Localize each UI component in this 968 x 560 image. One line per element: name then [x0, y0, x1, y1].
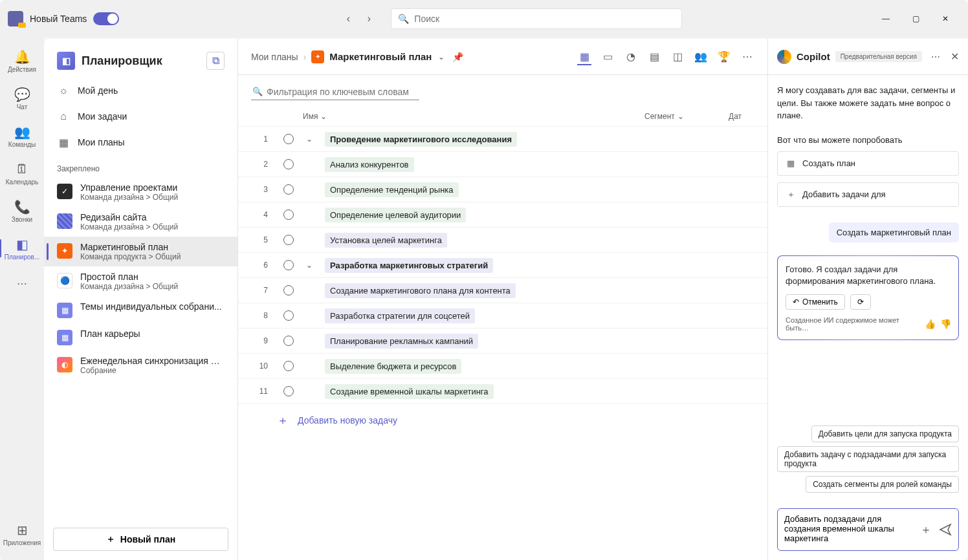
view-board-button[interactable]: ▭: [600, 50, 615, 64]
ai-message-text: Готово. Я создал задачи для формирования…: [786, 264, 951, 288]
filter-input[interactable]: [251, 84, 419, 100]
rail-chat[interactable]: 💬 Чат: [0, 80, 44, 116]
view-timeline-button[interactable]: ◔: [624, 50, 638, 64]
task-checkbox[interactable]: [283, 285, 294, 296]
task-checkbox[interactable]: [283, 310, 294, 321]
new-plan-button[interactable]: ＋ Новый план: [53, 528, 228, 551]
sidebar-my-day[interactable]: ☼ Мой день: [44, 78, 237, 103]
task-row[interactable]: 6 ⌄ Разработка маркетинговых стратегий: [238, 253, 767, 278]
column-name-header[interactable]: Имя ⌄: [277, 112, 555, 121]
copilot-card-add-tasks[interactable]: ＋ Добавить задачи для: [777, 182, 959, 207]
view-charts-button[interactable]: ◫: [670, 50, 685, 64]
task-checkbox[interactable]: [283, 260, 294, 270]
nav-forward-button[interactable]: ›: [360, 10, 378, 28]
task-row[interactable]: 7 Создание маркетингового плана для конт…: [238, 278, 767, 303]
copilot-input-box[interactable]: ＋: [777, 508, 959, 551]
rail-apps[interactable]: ⊞ Приложения: [0, 516, 44, 552]
plan-sub: Команда продукта > Общий: [80, 252, 181, 261]
task-checkbox[interactable]: [283, 235, 294, 245]
plan-item[interactable]: Редизайн сайта Команда дизайна > Общий: [44, 207, 237, 237]
search-input[interactable]: [414, 14, 675, 24]
suggestion-chip[interactable]: Создать сегменты для ролей команды: [806, 476, 959, 493]
sidebar-my-plans[interactable]: ▦ Мои планы: [44, 129, 237, 155]
rail-label: Приложения: [3, 539, 41, 546]
rail-teams[interactable]: 👥 Команды: [0, 118, 44, 154]
rail-planner[interactable]: ◧ Планиров...: [0, 230, 44, 266]
teams-logo-icon: [8, 11, 23, 27]
task-number: 11: [251, 387, 268, 396]
view-grid-button[interactable]: ▦: [577, 51, 591, 65]
close-window-button[interactable]: ✕: [930, 8, 960, 29]
copilot-card-create-plan[interactable]: ▦ Создать план: [777, 151, 959, 176]
grid-icon: ▦: [786, 158, 796, 169]
send-button[interactable]: [939, 523, 952, 536]
copilot-textarea[interactable]: [784, 514, 914, 545]
task-checkbox[interactable]: [283, 159, 294, 169]
task-row[interactable]: 2 Анализ конкурентов: [238, 152, 767, 177]
copilot-more-button[interactable]: ⋯: [931, 52, 940, 62]
rail-calls[interactable]: 📞 Звонки: [0, 193, 44, 229]
task-row[interactable]: 11 Создание временной шкалы маркетинга: [238, 379, 767, 404]
suggestion-chip[interactable]: Добавить цели для запуска продукта: [811, 425, 959, 442]
plan-item[interactable]: ▦ Темы индивидуальных собрани...: [44, 296, 237, 323]
plan-item[interactable]: ◐ Еженедельная синхронизация ди... Собра…: [44, 350, 237, 380]
pin-sidebar-button[interactable]: ⧉: [206, 52, 225, 70]
sidebar-my-tasks[interactable]: ⌂ Мои задачи: [44, 103, 237, 129]
task-row[interactable]: 5 Установка целей маркетинга: [238, 228, 767, 253]
rail-calendar[interactable]: 🗓 Календарь: [0, 155, 44, 191]
view-people-button[interactable]: 👥: [694, 50, 708, 64]
task-number: 5: [251, 235, 268, 244]
pin-icon[interactable]: 📌: [452, 52, 463, 62]
task-checkbox[interactable]: [283, 386, 294, 396]
people-icon: 👥: [14, 124, 30, 140]
regenerate-button[interactable]: ⟳: [850, 294, 871, 310]
task-row[interactable]: 1 ⌄ Проведение маркетингового исследован…: [238, 127, 767, 152]
task-checkbox[interactable]: [283, 361, 294, 371]
task-row[interactable]: 8 Разработка стратегии для соцсетей: [238, 303, 767, 328]
undo-label: Отменить: [802, 297, 838, 307]
task-row[interactable]: 9 Планирование рекламных кампаний: [238, 328, 767, 354]
maximize-button[interactable]: ▢: [901, 8, 930, 29]
nav-back-button[interactable]: ‹: [339, 10, 357, 28]
undo-button[interactable]: ↶ Отменить: [786, 294, 845, 310]
task-checkbox[interactable]: [283, 210, 294, 220]
task-row[interactable]: 4 Определение целевой аудитории: [238, 202, 767, 228]
plan-item[interactable]: ✓ Управление проектами Команда дизайна >…: [44, 177, 237, 207]
thumbs-up-button[interactable]: 👍: [925, 319, 935, 329]
column-segment-header[interactable]: Сегмент ⌄: [644, 112, 709, 121]
task-checkbox[interactable]: [283, 336, 294, 346]
grid-icon: ▦: [57, 136, 70, 149]
task-row[interactable]: 3 Определение тенденций рынка: [238, 177, 767, 202]
thumbs-down-button[interactable]: 👎: [940, 319, 951, 329]
rail-activity[interactable]: 🔔 Действия: [0, 43, 44, 79]
task-row[interactable]: 10 Выделение бюджета и ресурсов: [238, 354, 767, 379]
rail-label: Планиров...: [5, 253, 39, 261]
plan-item[interactable]: ▦ План карьеры: [44, 323, 237, 350]
search-box[interactable]: 🔍: [391, 8, 682, 29]
attach-button[interactable]: ＋: [919, 523, 932, 536]
plan-sub: Команда дизайна > Общий: [80, 222, 178, 232]
copilot-close-button[interactable]: ✕: [951, 50, 959, 63]
column-date-header[interactable]: Дат: [729, 112, 754, 121]
task-checkbox[interactable]: [283, 184, 294, 195]
view-goals-button[interactable]: 🏆: [717, 50, 731, 64]
suggestion-chip[interactable]: Добавить задачу с подзадачами для запуск…: [777, 446, 959, 472]
new-teams-toggle[interactable]: [93, 12, 119, 25]
breadcrumb-parent[interactable]: Мои планы: [251, 52, 298, 62]
view-schedule-button[interactable]: ▤: [647, 50, 661, 64]
chevron-down-icon[interactable]: ⌄: [438, 52, 445, 61]
more-views-button[interactable]: ⋯: [740, 50, 754, 64]
task-checkbox[interactable]: [283, 134, 294, 144]
copilot-panel: Copilot Предварительная версия ⋯ ✕ Я мог…: [767, 39, 968, 560]
plan-color-icon: 🔵: [57, 273, 72, 288]
plan-item[interactable]: ✦ Маркетинговый план Команда продукта > …: [44, 237, 237, 266]
rail-more[interactable]: ⋯: [17, 273, 27, 294]
minimize-button[interactable]: —: [871, 8, 901, 29]
rail-label: Звонки: [12, 216, 32, 223]
expand-icon[interactable]: ⌄: [304, 135, 314, 144]
sidebar-item-label: Мои планы: [78, 137, 125, 147]
expand-icon[interactable]: ⌄: [304, 261, 314, 270]
plan-item[interactable]: 🔵 Простой план Команда дизайна > Общий: [44, 266, 237, 296]
add-task-button[interactable]: ＋ Добавить новую задачу: [238, 404, 767, 436]
plan-color-icon: ◐: [57, 357, 72, 372]
